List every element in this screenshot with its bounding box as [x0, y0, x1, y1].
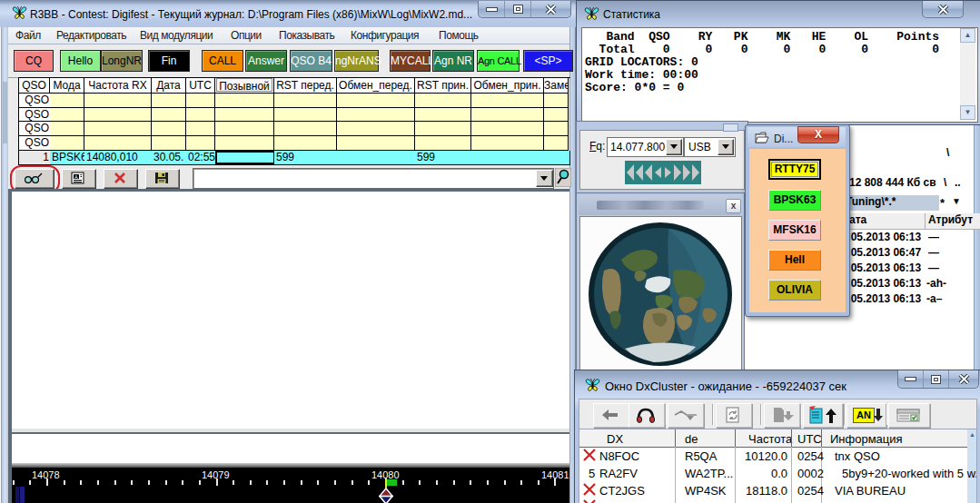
svg-text:A: A — [74, 174, 78, 180]
